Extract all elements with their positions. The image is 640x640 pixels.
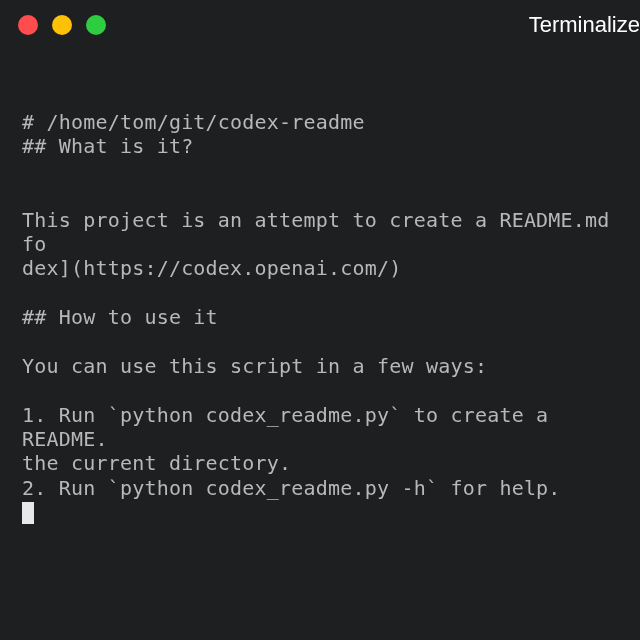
close-icon[interactable] bbox=[18, 15, 38, 35]
terminal-line: 2. Run `python codex_readme.py -h` for h… bbox=[22, 476, 561, 500]
terminal-line: dex](https://codex.openai.com/) bbox=[22, 256, 401, 280]
window-titlebar: Terminalize bbox=[0, 0, 640, 50]
traffic-lights bbox=[18, 15, 106, 35]
terminal-line: the current directory. bbox=[22, 451, 291, 475]
terminal-line: ## What is it? bbox=[22, 134, 193, 158]
terminal-line: # /home/tom/git/codex-readme bbox=[22, 110, 365, 134]
terminal-line: You can use this script in a few ways: bbox=[22, 354, 487, 378]
window-title: Terminalize bbox=[529, 12, 640, 38]
terminal-line: This project is an attempt to create a R… bbox=[22, 208, 622, 256]
zoom-icon[interactable] bbox=[86, 15, 106, 35]
minimize-icon[interactable] bbox=[52, 15, 72, 35]
terminal-line: ## How to use it bbox=[22, 305, 218, 329]
terminal-output[interactable]: # /home/tom/git/codex-readme ## What is … bbox=[0, 50, 640, 525]
cursor-icon bbox=[22, 502, 34, 524]
terminal-line: 1. Run `python codex_readme.py` to creat… bbox=[22, 403, 561, 451]
